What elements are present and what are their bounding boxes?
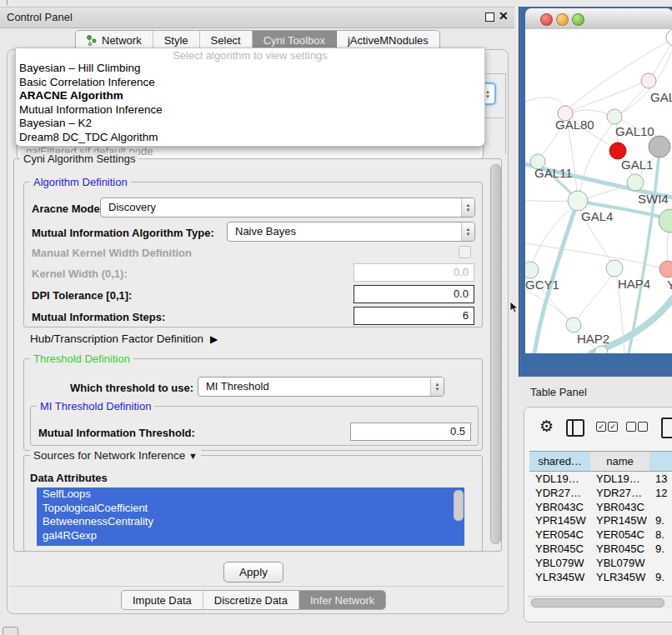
node-label-gal80: GAL80 bbox=[555, 118, 594, 132]
column-header-name[interactable]: name bbox=[590, 452, 650, 472]
attribute-item-topologicalcoefficient[interactable]: TopologicalCoefficient bbox=[37, 502, 464, 516]
sources-title[interactable]: Sources for Network Inference ▼ bbox=[30, 449, 201, 462]
dpi-tolerance-field[interactable]: 0.0 bbox=[354, 285, 474, 303]
table-cell: YDL19… bbox=[596, 472, 640, 485]
close-traffic-light[interactable] bbox=[540, 13, 553, 26]
node-label-gcy1: GCY1 bbox=[525, 278, 559, 292]
tab-select[interactable]: Select bbox=[200, 31, 253, 49]
table-cell: YPR145W bbox=[535, 514, 586, 527]
new-table-icon[interactable] bbox=[661, 418, 672, 438]
network-node[interactable] bbox=[609, 142, 626, 159]
table-row[interactable]: YDL19…YDL19…13 bbox=[529, 472, 672, 486]
data-attributes-label: Data Attributes bbox=[30, 472, 108, 484]
table-row[interactable]: YPR145WYPR145W9. bbox=[529, 513, 672, 528]
network-canvas[interactable]: GALGAL80GAL10GAL1GAL11SWI4GAL4GCY1HAP4YH… bbox=[525, 29, 672, 353]
list-scrollbar-thumb[interactable] bbox=[454, 490, 464, 521]
tab-jactivemnodules[interactable]: jActiveMNodules bbox=[337, 31, 439, 49]
table-row[interactable]: YER054CYER054C8. bbox=[529, 528, 672, 542]
which-threshold-combobox[interactable]: MI Threshold ▲▼ bbox=[198, 377, 444, 397]
settings-scrollbar-thumb[interactable] bbox=[490, 164, 501, 544]
zoom-traffic-light[interactable] bbox=[572, 13, 584, 26]
tab-impute-data[interactable]: Impute Data bbox=[122, 591, 203, 609]
float-window-icon[interactable] bbox=[485, 12, 494, 22]
tab-label: jActiveMNodules bbox=[348, 34, 429, 47]
table-cell: YDR27… bbox=[535, 487, 581, 499]
manual-kernel-width-checkbox bbox=[459, 246, 471, 258]
network-node[interactable] bbox=[568, 191, 588, 211]
tab-network[interactable]: Network bbox=[76, 31, 153, 49]
tab-cyni-toolbox[interactable]: Cyni Toolbox bbox=[253, 31, 337, 49]
minimized-panel-icon[interactable] bbox=[3, 627, 18, 635]
table-panel-window: ⚙ ✓ ✓ shared…nameYDL19…YDL19…13YDR27…YDR… bbox=[524, 407, 672, 622]
table-row[interactable]: YIL052CYIL052C9. bbox=[529, 583, 672, 587]
hidden-group-border bbox=[484, 118, 506, 118]
tab-style[interactable]: Style bbox=[153, 31, 200, 49]
table-cell: YDR27… bbox=[596, 487, 642, 499]
network-node[interactable] bbox=[649, 136, 670, 158]
table-row[interactable]: YBL079WYBL079W bbox=[529, 556, 672, 570]
dpi-tolerance-label: DPI Tolerance [0,1]: bbox=[32, 289, 132, 302]
minimize-traffic-light[interactable] bbox=[556, 13, 569, 26]
attribute-item-betweennesscentrality[interactable]: BetweennessCentrality bbox=[37, 515, 464, 529]
network-node[interactable] bbox=[659, 261, 672, 278]
apply-button[interactable]: Apply bbox=[223, 562, 283, 582]
tab-discretize-data[interactable]: Discretize Data bbox=[203, 591, 299, 609]
gear-icon[interactable]: ⚙ bbox=[539, 417, 554, 436]
network-node[interactable] bbox=[525, 262, 539, 278]
table-cell: YLR345W bbox=[535, 571, 584, 583]
attribute-item-selfloops[interactable]: SelfLoops bbox=[37, 488, 464, 502]
table-cell: YIL052C bbox=[535, 584, 578, 587]
table-cell: YBR043C bbox=[596, 501, 644, 513]
dropdown-item-aracne-algorithm[interactable]: ARACNE Algorithm bbox=[16, 89, 484, 103]
dropdown-item-bayesian-hill-climbing[interactable]: Bayesian – Hill Climbing bbox=[16, 62, 484, 76]
table-row[interactable]: YBR045CYBR045C9. bbox=[529, 542, 672, 556]
table-hscrollbar-track[interactable] bbox=[528, 596, 672, 608]
attribute-item-gal4rgexp[interactable]: gal4RGexp bbox=[37, 529, 464, 543]
node-label-y: Y bbox=[667, 278, 672, 292]
table-cell: YER054C bbox=[535, 528, 584, 541]
table-row[interactable]: YLR345WYLR345W9. bbox=[529, 570, 672, 584]
table-cell: YLR345W bbox=[596, 571, 645, 583]
table-row[interactable]: YDR27…YDR27…12 bbox=[529, 486, 672, 500]
column-header-clipped[interactable] bbox=[649, 452, 672, 472]
network-node[interactable] bbox=[566, 318, 581, 332]
select-all-icon[interactable]: ✓ bbox=[608, 422, 618, 432]
aracne-mode-label: Aracne Mode: bbox=[32, 202, 103, 215]
table-row[interactable]: YBR043CYBR043C bbox=[529, 500, 672, 514]
dropdown-item-bayesian-k2[interactable]: Bayesian – K2 bbox=[16, 117, 484, 131]
network-node[interactable] bbox=[607, 109, 622, 124]
hub-section-toggle[interactable]: Hub/Transcription Factor Definition▶ bbox=[30, 332, 218, 345]
table-cell: 9. bbox=[655, 542, 664, 555]
select-all-icon[interactable]: ✓ bbox=[596, 422, 606, 432]
which-threshold-label: Which threshold to use: bbox=[70, 382, 193, 394]
network-node[interactable] bbox=[641, 73, 656, 88]
table-cell: YBR043C bbox=[535, 501, 584, 513]
dropdown-item-dream8-dc-tdc-algorithm[interactable]: Dream8 DC_TDC Algorithm bbox=[16, 131, 484, 145]
aracne-mode-combobox[interactable]: Discovery ▲▼ bbox=[100, 198, 475, 218]
network-node[interactable] bbox=[627, 174, 644, 191]
network-node[interactable] bbox=[606, 260, 623, 277]
column-header-shared[interactable]: shared… bbox=[529, 452, 591, 472]
mi-steps-field[interactable]: 6 bbox=[354, 307, 474, 325]
dropdown-item-mutual-information-inference[interactable]: Mutual Information Inference bbox=[16, 103, 484, 118]
network-view-window: GALGAL80GAL10GAL1GAL11SWI4GAL4GCY1HAP4YH… bbox=[519, 7, 672, 377]
dropdown-item-basic-correlation-inference[interactable]: Basic Correlation Inference bbox=[16, 76, 484, 90]
table-cell: YBL079W bbox=[596, 557, 645, 569]
control-panel-title: Control Panel bbox=[7, 11, 73, 23]
network-node[interactable] bbox=[659, 209, 672, 232]
tab-label: Cyni Toolbox bbox=[263, 34, 325, 47]
deselect-all-icon[interactable] bbox=[626, 422, 636, 432]
network-node[interactable] bbox=[666, 29, 672, 46]
network-graph: GALGAL80GAL10GAL1GAL11SWI4GAL4GCY1HAP4YH… bbox=[525, 29, 672, 353]
kernel-width-label: Kernel Width (0,1): bbox=[32, 268, 128, 280]
show-columns-icon[interactable] bbox=[566, 419, 584, 437]
deselect-all-icon[interactable] bbox=[638, 422, 648, 432]
mi-algorithm-type-combobox[interactable]: Naive Bayes ▲▼ bbox=[227, 222, 475, 242]
tab-label: Network bbox=[102, 34, 142, 47]
close-icon[interactable]: ✕ bbox=[499, 9, 509, 22]
table-hscrollbar-thumb[interactable] bbox=[531, 598, 664, 608]
network-window-titlebar[interactable] bbox=[525, 8, 672, 30]
mi-threshold-field[interactable]: 0.5 bbox=[350, 422, 471, 441]
tab-infer-network[interactable]: Infer Network bbox=[299, 591, 385, 609]
network-edge bbox=[525, 243, 659, 268]
